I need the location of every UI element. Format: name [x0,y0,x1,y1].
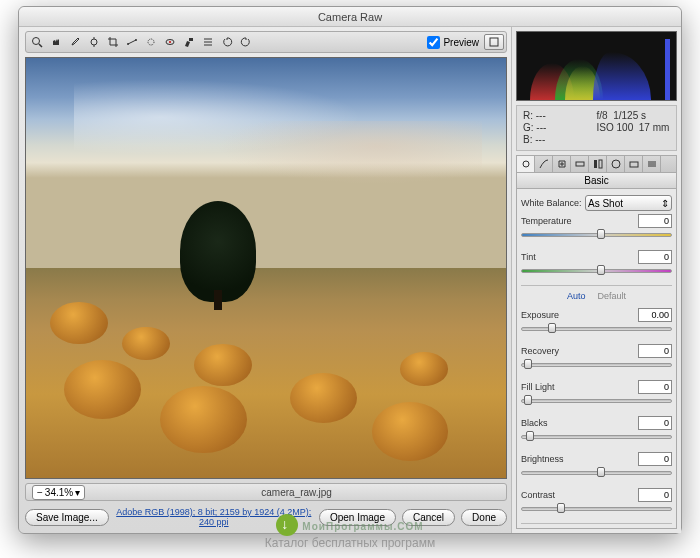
left-pane: Preview − 34.1% ▾ camer [19,27,511,533]
preview-image [26,58,506,478]
image-preview[interactable] [25,57,507,479]
blacks-label: Blacks [521,418,585,428]
temperature-label: Temperature [521,216,585,226]
open-image-button[interactable]: Open Image [319,509,396,526]
fill-slider[interactable] [524,395,532,405]
wb-select[interactable]: As Shot⇕ [585,195,672,211]
cancel-button[interactable]: Cancel [402,509,455,526]
preview-label: Preview [443,37,479,48]
tab-hsl-icon[interactable] [571,156,589,172]
brightness-input[interactable] [638,452,672,466]
window-content: Preview − 34.1% ▾ camer [19,27,681,533]
brightness-label: Brightness [521,454,585,464]
right-pane: R: --- G: --- B: --- f/8 1/125 s ISO 100… [511,27,681,533]
main-toolbar: Preview [25,31,507,53]
zoom-tool-icon[interactable] [28,34,46,50]
auto-link[interactable]: Auto [567,291,586,301]
r-value: R: --- [523,110,597,122]
window-title: Camera Raw [19,7,681,27]
fill-label: Fill Light [521,382,585,392]
svg-point-0 [33,38,40,45]
blacks-slider[interactable] [526,431,534,441]
bottom-bar: Save Image... Adobe RGB (1998); 8 bit; 2… [25,505,507,529]
histogram[interactable] [516,31,677,101]
zoom-selector[interactable]: − 34.1% ▾ [32,485,85,500]
svg-line-5 [128,40,136,44]
tab-presets-icon[interactable] [643,156,661,172]
contrast-slider[interactable] [557,503,565,513]
redeye-tool-icon[interactable] [161,34,179,50]
tab-curve-icon[interactable] [535,156,553,172]
b-value: B: --- [523,134,597,146]
svg-point-2 [91,39,97,45]
svg-rect-15 [490,38,498,46]
save-image-button[interactable]: Save Image... [25,509,109,526]
svg-point-10 [169,41,171,43]
hand-tool-icon[interactable] [47,34,65,50]
preview-checkbox-input[interactable] [427,36,440,49]
recovery-input[interactable] [638,344,672,358]
straighten-tool-icon[interactable] [123,34,141,50]
svg-point-7 [135,39,137,41]
basic-panel: White Balance: As Shot⇕ Temperature Tint… [516,189,677,529]
svg-rect-18 [594,160,597,168]
tab-detail-icon[interactable] [553,156,571,172]
color-sampler-icon[interactable] [85,34,103,50]
iso-value: ISO 100 [597,122,634,133]
tab-camera-icon[interactable] [625,156,643,172]
g-value: G: --- [523,122,597,134]
svg-rect-11 [189,38,193,41]
tab-lens-icon[interactable] [607,156,625,172]
prefs-icon[interactable] [199,34,217,50]
wb-label: White Balance: [521,198,585,208]
exposure-label: Exposure [521,310,585,320]
filename-label: camera_raw.jpg [93,487,500,498]
svg-rect-17 [576,162,584,166]
svg-point-16 [523,161,529,167]
contrast-input[interactable] [638,488,672,502]
svg-rect-21 [630,162,638,167]
done-button[interactable]: Done [461,509,507,526]
panel-title: Basic [516,173,677,189]
rotate-ccw-icon[interactable] [218,34,236,50]
exif-info: R: --- G: --- B: --- f/8 1/125 s ISO 100… [516,105,677,151]
exposure-slider[interactable] [548,323,556,333]
fill-input[interactable] [638,380,672,394]
shutter-value: 1/125 s [613,110,646,121]
svg-rect-19 [599,160,602,168]
eyedropper-icon[interactable] [66,34,84,50]
tint-input[interactable] [638,250,672,264]
blacks-input[interactable] [638,416,672,430]
spot-removal-icon[interactable] [142,34,160,50]
svg-point-6 [127,43,129,45]
temperature-slider[interactable] [597,229,605,239]
fullscreen-toggle-icon[interactable] [484,34,504,50]
aperture-value: f/8 [597,110,608,121]
tab-basic-icon[interactable] [517,156,535,172]
camera-raw-window: Camera Raw Preview [18,6,682,534]
focal-value: 17 mm [639,122,670,133]
default-link[interactable]: Default [597,291,626,301]
contrast-label: Contrast [521,490,585,500]
temperature-input[interactable] [638,214,672,228]
adjustment-brush-icon[interactable] [180,34,198,50]
tab-split-icon[interactable] [589,156,607,172]
tint-label: Tint [521,252,585,262]
status-bar: − 34.1% ▾ camera_raw.jpg [25,483,507,501]
recovery-label: Recovery [521,346,585,356]
svg-point-20 [612,160,620,168]
crop-tool-icon[interactable] [104,34,122,50]
workflow-metadata-link[interactable]: Adobe RGB (1998); 8 bit; 2159 by 1924 (4… [115,507,313,527]
brightness-slider[interactable] [597,467,605,477]
recovery-slider[interactable] [524,359,532,369]
preview-checkbox[interactable]: Preview [427,36,479,49]
rotate-cw-icon[interactable] [237,34,255,50]
exposure-input[interactable] [638,308,672,322]
zoom-value: 34.1% [45,487,73,498]
svg-point-8 [148,39,154,45]
panel-tabs [516,155,677,173]
tint-slider[interactable] [597,265,605,275]
svg-line-1 [39,44,42,47]
